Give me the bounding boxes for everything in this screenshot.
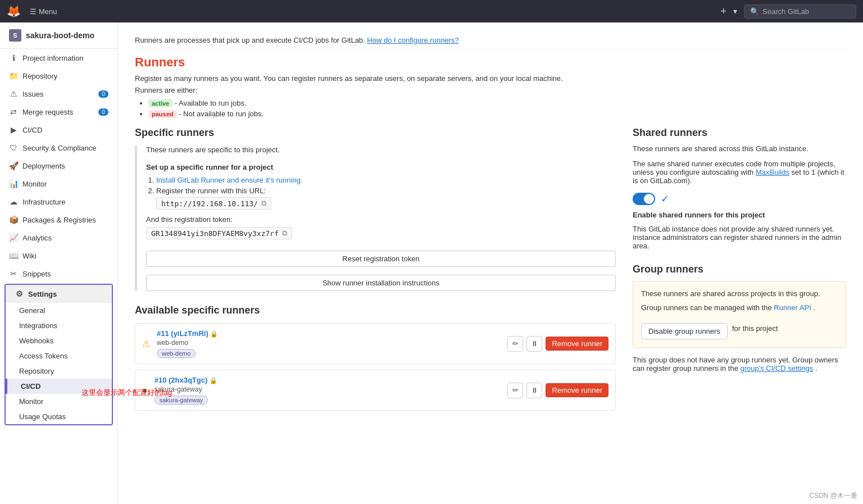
sidebar-item-wiki[interactable]: 📖 Wiki: [0, 247, 117, 265]
edit-runner-button[interactable]: ✏: [507, 383, 523, 398]
lock-icon: 🔒: [210, 330, 218, 337]
sidebar-label: Repository: [22, 72, 57, 80]
disable-group-runners-button[interactable]: Disable group runners: [641, 323, 728, 339]
settings-sub-cicd[interactable]: CI/CD: [6, 379, 112, 394]
copy-token-icon[interactable]: ⧉: [282, 229, 287, 238]
monitor-icon: 📊: [9, 179, 18, 188]
sidebar-item-repository[interactable]: 📁 Repository: [0, 67, 117, 85]
remove-runner-button[interactable]: Remove runner: [546, 383, 608, 397]
analytics-icon: 📈: [9, 233, 18, 242]
token-value: GR1348941yi3n8DFYAEM8vy3xz7rf: [151, 229, 279, 238]
setup-step-1: Install GitLab Runner and ensure it's ru…: [156, 176, 616, 184]
runner-sub: web-demo: [157, 339, 501, 347]
runner-row: ● #10 (2hx3qTgc) 🔒 sakura-gateway sakura…: [135, 370, 616, 411]
plus-button[interactable]: +: [720, 6, 726, 17]
runner-row: ⚠ #11 (yiLzTmRi) 🔒 web-demo web-demo ✏ ⏸…: [135, 323, 616, 364]
sidebar-item-issues[interactable]: ⚠ Issues 0: [0, 85, 117, 103]
runner-link[interactable]: #10 (2hx3qTgc): [155, 376, 208, 384]
gitlab-logo: 🦊: [7, 4, 21, 18]
sidebar-item-project-info[interactable]: ℹ Project information: [0, 49, 117, 67]
runner-info: #11 (yiLzTmRi) 🔒 web-demo web-demo: [157, 329, 501, 358]
install-runner-link[interactable]: Install GitLab Runner and ensure it's ru…: [156, 176, 302, 184]
reset-token-button[interactable]: Reset registration token: [146, 251, 616, 267]
group-desc2-text: Group runners can be managed with the: [641, 303, 772, 312]
project-header[interactable]: S sakura-boot-demo: [0, 22, 117, 49]
sidebar-item-settings[interactable]: ⚙ Settings: [6, 285, 112, 303]
sidebar-item-security[interactable]: 🛡 Security & Compliance: [0, 139, 117, 157]
sidebar-item-snippets[interactable]: ✂ Snippets: [0, 265, 117, 283]
pause-runner-button[interactable]: ⏸: [526, 383, 542, 398]
pause-runner-button[interactable]: ⏸: [526, 336, 542, 352]
settings-sub-usage-quotas[interactable]: Usage Quotas: [6, 409, 112, 424]
search-box[interactable]: 🔍 Search GitLab: [744, 4, 856, 19]
search-icon: 🔍: [750, 7, 759, 16]
settings-sub-monitor[interactable]: Monitor: [6, 394, 112, 409]
group-runners-title: Group runners: [633, 264, 846, 275]
shared-no-runners-text: This GitLab instance does not provide an…: [633, 225, 846, 250]
settings-sub-general[interactable]: General: [6, 303, 112, 318]
specific-runners-title: Specific runners: [135, 127, 616, 139]
sidebar-item-monitor[interactable]: 📊 Monitor: [0, 175, 117, 193]
sidebar: S sakura-boot-demo ℹ Project information…: [0, 22, 118, 504]
top-nav: 🦊 ☰ Menu + ▾ 🔍 Search GitLab: [0, 0, 863, 22]
sidebar-item-packages[interactable]: 📦 Packages & Registries: [0, 211, 117, 229]
group-cicd-settings-link[interactable]: group's CI/CD settings: [741, 364, 814, 373]
sidebar-label: CI/CD: [22, 126, 42, 134]
runner-sub: sakura-gateway: [155, 385, 501, 393]
copy-url-icon[interactable]: ⧉: [261, 199, 266, 208]
project-name: sakura-boot-demo: [26, 31, 94, 40]
security-icon: 🛡: [9, 143, 18, 152]
runners-bullet-list: active - Available to run jobs. paused -…: [135, 99, 846, 118]
bullet-paused: paused - Not available to run jobs.: [148, 110, 846, 118]
sidebar-label: Snippets: [22, 270, 51, 278]
runner-url-box: http://192.168.10.113/ ⧉: [156, 197, 271, 210]
settings-sub-webhooks[interactable]: Webhooks: [6, 333, 112, 348]
runners-either: Runners are either:: [135, 86, 846, 94]
settings-sub-integrations[interactable]: Integrations: [6, 318, 112, 333]
step2-text: Register the runner with this URL:: [156, 187, 266, 195]
disable-group-row: Disable group runners for this project: [641, 317, 838, 339]
maxbuilds-link[interactable]: MaxBuilds: [756, 168, 789, 176]
infrastructure-icon: ☁: [9, 197, 18, 206]
runners-title: Runners: [135, 55, 846, 70]
sidebar-label: Project information: [22, 54, 83, 62]
runner-tag: web-demo: [157, 349, 196, 358]
sidebar-item-deployments[interactable]: 🚀 Deployments: [0, 157, 117, 175]
badge-paused-desc: - Not available to run jobs.: [179, 110, 264, 118]
group-no-runners-end: .: [815, 364, 817, 373]
show-instructions-button[interactable]: Show runner installation instructions: [146, 275, 616, 291]
settings-sub-access-tokens[interactable]: Access Tokens: [6, 348, 112, 364]
setup-steps: Install GitLab Runner and ensure it's ru…: [146, 176, 616, 210]
remove-runner-button[interactable]: Remove runner: [546, 337, 608, 351]
token-section: And this registration token: GR1348941yi…: [146, 215, 616, 239]
group-desc-2: Group runners can be managed with the Ru…: [641, 303, 838, 312]
settings-sub-repository[interactable]: Repository: [6, 364, 112, 379]
shared-runners-toggle[interactable]: [633, 193, 655, 205]
runner-actions: ✏ ⏸ Remove runner: [507, 336, 608, 352]
runner-warning-icon: ⚠: [142, 338, 150, 349]
repository-icon: 📁: [9, 71, 18, 80]
badge-paused: paused: [148, 110, 177, 118]
menu-button[interactable]: ☰ Menu: [30, 7, 57, 16]
shared-runners-title: Shared runners: [633, 127, 846, 139]
setup-title: Set up a specific runner for a project: [146, 163, 616, 171]
enable-label: Enable shared runners for this project: [633, 211, 846, 219]
sidebar-item-merge-requests[interactable]: ⇄ Merge requests 0: [0, 103, 117, 121]
runner-buttons: Reset registration token Show runner ins…: [146, 246, 616, 291]
sidebar-item-cicd[interactable]: ▶ CI/CD: [0, 121, 117, 139]
menu-label: Menu: [39, 7, 57, 16]
group-desc-1: These runners are shared across projects…: [641, 289, 838, 298]
settings-icon: ⚙: [15, 289, 24, 298]
cicd-icon: ▶: [9, 125, 18, 134]
configure-runners-link[interactable]: How do I configure runners?: [367, 36, 458, 44]
lock-icon: 🔒: [210, 377, 217, 384]
sidebar-item-analytics[interactable]: 📈 Analytics: [0, 229, 117, 247]
runner-api-link[interactable]: Runner API: [774, 303, 811, 312]
sidebar-label: Infrastructure: [22, 198, 66, 206]
layout: S sakura-boot-demo ℹ Project information…: [0, 22, 863, 504]
runner-link[interactable]: #11 (yiLzTmRi): [157, 329, 208, 338]
edit-runner-button[interactable]: ✏: [507, 336, 523, 352]
dropdown-icon[interactable]: ▾: [733, 7, 737, 16]
packages-icon: 📦: [9, 215, 18, 224]
sidebar-item-infrastructure[interactable]: ☁ Infrastructure: [0, 193, 117, 211]
